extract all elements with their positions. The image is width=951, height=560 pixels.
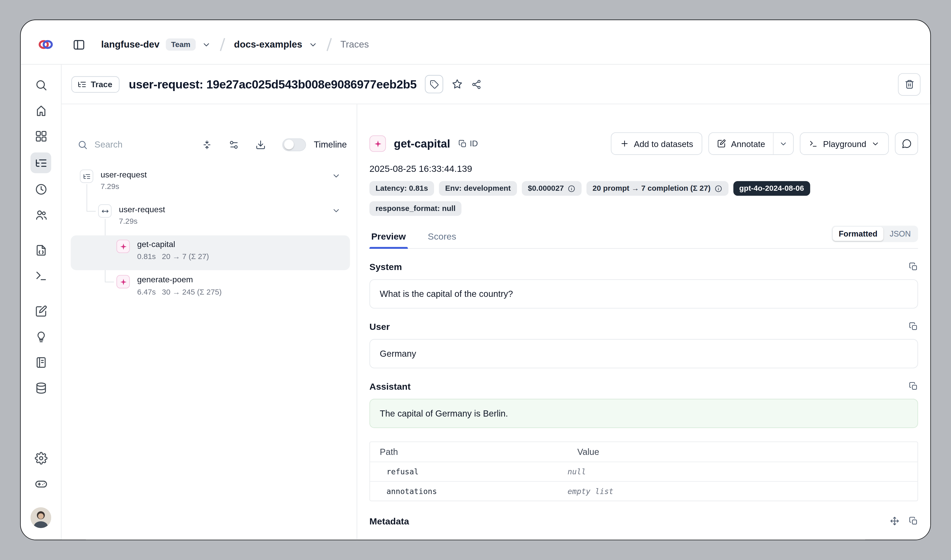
copy-user-button[interactable] — [909, 322, 918, 331]
comment-button[interactable] — [895, 132, 918, 155]
chevron-down-icon — [779, 139, 788, 148]
cost-badge[interactable]: $0.000027 — [522, 181, 582, 195]
annotate-label: Annotate — [731, 138, 765, 148]
users-icon[interactable] — [34, 209, 47, 222]
chevron-down-icon — [871, 139, 880, 148]
tree-node-label[interactable]: get-capital — [137, 240, 175, 249]
response-format-badge: response_format: null — [369, 201, 462, 216]
settings-gear-icon[interactable] — [34, 452, 47, 465]
evals-lightbulb-icon[interactable] — [34, 330, 47, 343]
chevron-down-icon[interactable] — [202, 40, 211, 49]
copy-assistant-button[interactable] — [909, 382, 918, 391]
id-label: ID — [469, 139, 478, 148]
trace-type-badge: Trace — [71, 76, 120, 92]
copy-icon — [909, 382, 918, 391]
team-badge: Team — [166, 38, 196, 51]
datasets-database-icon[interactable] — [34, 382, 47, 395]
assistant-section-title: Assistant — [369, 381, 411, 391]
breadcrumb-page[interactable]: Traces — [340, 39, 369, 50]
tree-controls: Timeline — [77, 134, 347, 155]
breadcrumb-section[interactable]: docs-examples — [234, 39, 302, 50]
chat-bubble-icon — [902, 138, 912, 149]
selected-row-highlight — [71, 235, 350, 270]
tree-node-tokens: 30 → 245 (Σ 275) — [162, 288, 222, 296]
trace-badge-label: Trace — [91, 80, 112, 89]
sessions-clock-icon[interactable] — [34, 183, 47, 195]
format-json-option[interactable]: JSON — [883, 227, 917, 241]
env-badge: Env: development — [439, 181, 517, 195]
expand-metadata-button[interactable] — [890, 517, 899, 526]
tree-node-label[interactable]: generate-poem — [137, 275, 193, 284]
delete-trace-button[interactable] — [898, 73, 920, 95]
support-gamepad-icon[interactable] — [34, 477, 47, 490]
tag-icon — [430, 80, 439, 89]
app-window: langfuse-dev Team docs-examples Traces — [20, 19, 931, 540]
annotate-dropdown-button[interactable] — [773, 133, 793, 154]
timeline-label: Timeline — [314, 140, 347, 149]
user-message-box: Germany — [369, 339, 918, 368]
playground-label: Playground — [823, 138, 866, 148]
latency-badge: Latency: 0.81s — [369, 181, 434, 195]
path-cell: refusal — [370, 462, 568, 481]
share-button[interactable] — [471, 79, 482, 89]
format-toggle: Formatted JSON — [831, 226, 918, 242]
tree-settings-icon[interactable] — [229, 139, 239, 150]
cost-label: $0.000027 — [528, 184, 564, 192]
playground-button[interactable]: Playground — [800, 132, 889, 155]
metadata-section-header: Metadata — [369, 516, 918, 526]
tab-preview[interactable]: Preview — [369, 231, 408, 248]
pencil-square-icon — [717, 139, 726, 148]
user-avatar[interactable] — [31, 507, 51, 528]
add-to-datasets-button[interactable]: Add to datasets — [611, 132, 702, 155]
trace-header: Trace user-request: 19e27ac025d543b008e9… — [62, 65, 930, 104]
copy-id-button[interactable]: ID — [458, 139, 478, 148]
search-icon[interactable] — [34, 79, 47, 92]
column-header-value: Value — [568, 442, 599, 462]
tag-button[interactable] — [425, 75, 443, 93]
copy-icon — [458, 139, 466, 148]
generation-node-icon — [116, 240, 129, 253]
chevron-down-icon[interactable] — [308, 40, 317, 49]
observation-timestamp: 2025-08-25 16:33:44.139 — [369, 163, 918, 174]
system-section-title: System — [369, 262, 402, 272]
format-formatted-option[interactable]: Formatted — [833, 227, 883, 241]
model-badge[interactable]: gpt-4o-2024-08-06 — [733, 181, 810, 195]
home-icon[interactable] — [34, 104, 47, 117]
dashboard-grid-icon[interactable] — [34, 130, 47, 143]
tree-node-label[interactable]: user-request — [119, 205, 165, 214]
path-cell: annotations — [370, 482, 568, 501]
star-button[interactable] — [452, 79, 463, 90]
badge-row-2: response_format: null — [369, 201, 918, 216]
search-input[interactable] — [95, 140, 162, 149]
sidebar-toggle-icon[interactable] — [72, 38, 85, 51]
search-icon — [77, 139, 88, 150]
table-header-row: Path Value — [370, 442, 917, 462]
tree-node-tokens: 20 → 7 (Σ 27) — [162, 252, 209, 261]
copy-system-button[interactable] — [909, 262, 918, 271]
download-icon[interactable] — [255, 139, 266, 150]
breadcrumb-project[interactable]: langfuse-dev — [101, 39, 160, 50]
tracing-nav-active[interactable] — [31, 152, 51, 173]
collapse-tree-icon[interactable] — [202, 139, 212, 150]
generation-node-icon — [116, 275, 129, 288]
tree-node-duration: 0.81s — [137, 252, 156, 261]
terminal-icon — [809, 139, 818, 148]
copy-metadata-button[interactable] — [909, 517, 918, 526]
tab-scores[interactable]: Scores — [426, 231, 458, 248]
table-row: refusal null — [370, 462, 917, 481]
tree-node-duration: 6.47s — [137, 288, 156, 296]
collapse-node-icon[interactable] — [332, 206, 341, 215]
prompts-file-icon[interactable] — [34, 244, 47, 257]
annotation-pen-icon[interactable] — [34, 305, 47, 318]
info-icon — [568, 185, 576, 192]
tree-node-label[interactable]: user-request — [100, 170, 147, 179]
trace-node-icon — [80, 169, 93, 183]
tokens-badge[interactable]: 20 prompt → 7 completion (Σ 27) — [586, 181, 728, 195]
timeline-toggle[interactable] — [282, 138, 306, 151]
toggle-knob — [284, 140, 294, 149]
playground-terminal-icon[interactable] — [34, 269, 47, 282]
experiments-notebook-icon[interactable] — [34, 356, 47, 369]
annotate-button[interactable]: Annotate — [709, 133, 773, 154]
collapse-node-icon[interactable] — [332, 171, 341, 180]
assistant-section-header: Assistant — [369, 381, 918, 391]
